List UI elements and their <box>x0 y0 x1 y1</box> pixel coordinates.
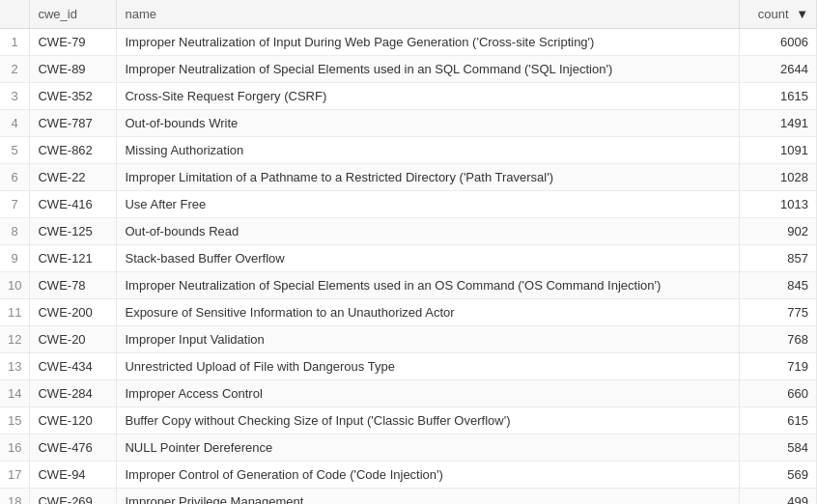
table-row: 5 CWE-862 Missing Authorization 1091 <box>0 137 817 164</box>
cell-cwe-id: CWE-352 <box>30 83 117 110</box>
cell-count: 857 <box>740 245 817 272</box>
cell-cwe-id: CWE-200 <box>30 299 117 326</box>
cell-name: Improper Neutralization of Input During … <box>117 29 740 56</box>
cell-cwe-id: CWE-78 <box>30 272 117 299</box>
cell-name: Improper Control of Generation of Code (… <box>117 462 740 489</box>
cell-index: 4 <box>0 110 30 137</box>
cell-name: Unrestricted Upload of File with Dangero… <box>117 353 740 380</box>
cell-count: 719 <box>740 353 817 380</box>
table-row: 14 CWE-284 Improper Access Control 660 <box>0 380 817 407</box>
cell-name: NULL Pointer Dereference <box>117 434 740 462</box>
cwe-table: cwe_id name count ▼ 1 CWE-79 Improper Ne… <box>0 0 817 504</box>
cell-count: 569 <box>740 462 817 489</box>
cell-cwe-id: CWE-89 <box>30 56 117 83</box>
table-row: 6 CWE-22 Improper Limitation of a Pathna… <box>0 164 817 191</box>
col-header-cwe-id-label: cwe_id <box>38 7 76 21</box>
cell-index: 14 <box>0 380 30 407</box>
cell-count: 2644 <box>740 56 817 83</box>
cell-cwe-id: CWE-120 <box>30 407 117 434</box>
cell-index: 18 <box>0 489 30 505</box>
cell-cwe-id: CWE-284 <box>30 380 117 407</box>
cell-cwe-id: CWE-79 <box>30 29 117 56</box>
cell-index: 9 <box>0 245 30 272</box>
col-header-cwe-id[interactable]: cwe_id <box>30 0 117 29</box>
cell-name: Cross-Site Request Forgery (CSRF) <box>117 83 740 110</box>
cell-name: Improper Neutralization of Special Eleme… <box>117 56 740 83</box>
cell-count: 1028 <box>740 164 817 191</box>
cell-name: Missing Authorization <box>117 137 740 164</box>
cell-count: 845 <box>740 272 817 299</box>
cell-cwe-id: CWE-20 <box>30 326 117 353</box>
sort-desc-icon: ▼ <box>796 7 808 21</box>
cell-index: 15 <box>0 407 30 434</box>
cell-cwe-id: CWE-22 <box>30 164 117 191</box>
cell-index: 12 <box>0 326 30 353</box>
cell-name: Exposure of Sensitive Information to an … <box>117 299 740 326</box>
table-row: 15 CWE-120 Buffer Copy without Checking … <box>0 407 817 434</box>
cell-name: Improper Limitation of a Pathname to a R… <box>117 164 740 191</box>
cell-index: 2 <box>0 56 30 83</box>
table-row: 1 CWE-79 Improper Neutralization of Inpu… <box>0 29 817 56</box>
cell-count: 499 <box>740 489 817 505</box>
cell-index: 11 <box>0 299 30 326</box>
cell-index: 8 <box>0 218 30 245</box>
cell-name: Improper Input Validation <box>117 326 740 353</box>
table-row: 11 CWE-200 Exposure of Sensitive Informa… <box>0 299 817 326</box>
table-row: 17 CWE-94 Improper Control of Generation… <box>0 462 817 489</box>
cell-name: Improper Access Control <box>117 380 740 407</box>
table-row: 4 CWE-787 Out-of-bounds Write 1491 <box>0 110 817 137</box>
cell-index: 1 <box>0 29 30 56</box>
cell-name: Buffer Copy without Checking Size of Inp… <box>117 407 740 434</box>
cell-index: 5 <box>0 137 30 164</box>
table-row: 16 CWE-476 NULL Pointer Dereference 584 <box>0 434 817 462</box>
cell-count: 1013 <box>740 191 817 218</box>
cell-count: 1491 <box>740 110 817 137</box>
cell-count: 1091 <box>740 137 817 164</box>
table-row: 13 CWE-434 Unrestricted Upload of File w… <box>0 353 817 380</box>
cell-cwe-id: CWE-787 <box>30 110 117 137</box>
cell-cwe-id: CWE-121 <box>30 245 117 272</box>
cell-cwe-id: CWE-862 <box>30 137 117 164</box>
cell-count: 660 <box>740 380 817 407</box>
table-row: 12 CWE-20 Improper Input Validation 768 <box>0 326 817 353</box>
table-row: 10 CWE-78 Improper Neutralization of Spe… <box>0 272 817 299</box>
cell-cwe-id: CWE-269 <box>30 489 117 505</box>
cell-index: 10 <box>0 272 30 299</box>
table-row: 8 CWE-125 Out-of-bounds Read 902 <box>0 218 817 245</box>
col-header-count[interactable]: count ▼ <box>740 0 817 29</box>
cell-index: 16 <box>0 434 30 462</box>
cell-name: Improper Neutralization of Special Eleme… <box>117 272 740 299</box>
cell-index: 17 <box>0 462 30 489</box>
cell-index: 7 <box>0 191 30 218</box>
cell-cwe-id: CWE-434 <box>30 353 117 380</box>
cell-count: 615 <box>740 407 817 434</box>
cell-count: 584 <box>740 434 817 462</box>
cell-index: 3 <box>0 83 30 110</box>
table-row: 3 CWE-352 Cross-Site Request Forgery (CS… <box>0 83 817 110</box>
cell-name: Out-of-bounds Write <box>117 110 740 137</box>
table-row: 7 CWE-416 Use After Free 1013 <box>0 191 817 218</box>
col-header-name[interactable]: name <box>117 0 740 29</box>
cell-count: 1615 <box>740 83 817 110</box>
table-row: 9 CWE-121 Stack-based Buffer Overflow 85… <box>0 245 817 272</box>
table-row: 18 CWE-269 Improper Privilege Management… <box>0 489 817 505</box>
table-header-row: cwe_id name count ▼ <box>0 0 817 29</box>
cell-cwe-id: CWE-416 <box>30 191 117 218</box>
cell-index: 13 <box>0 353 30 380</box>
cell-count: 6006 <box>740 29 817 56</box>
cell-name: Use After Free <box>117 191 740 218</box>
cell-count: 775 <box>740 299 817 326</box>
cell-name: Improper Privilege Management <box>117 489 740 505</box>
cell-index: 6 <box>0 164 30 191</box>
col-header-index <box>0 0 30 29</box>
cell-name: Stack-based Buffer Overflow <box>117 245 740 272</box>
cell-name: Out-of-bounds Read <box>117 218 740 245</box>
cell-cwe-id: CWE-476 <box>30 434 117 462</box>
col-header-count-label: count <box>758 7 789 21</box>
cell-count: 902 <box>740 218 817 245</box>
cell-cwe-id: CWE-125 <box>30 218 117 245</box>
table-row: 2 CWE-89 Improper Neutralization of Spec… <box>0 56 817 83</box>
cell-count: 768 <box>740 326 817 353</box>
col-header-name-label: name <box>125 7 156 21</box>
cell-cwe-id: CWE-94 <box>30 462 117 489</box>
